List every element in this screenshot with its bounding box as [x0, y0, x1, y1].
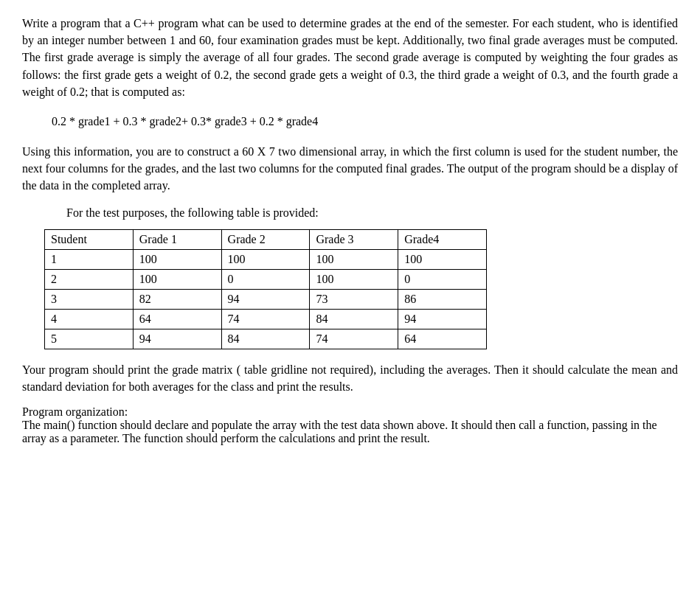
- table-cell-r4-c3: 74: [310, 329, 398, 349]
- program-org-label: Program organization:: [22, 405, 128, 418]
- formula-block: 0.2 * grade1 + 0.3 * grade2+ 0.3* grade3…: [52, 112, 678, 131]
- table-cell-r0-c0: 1: [45, 250, 134, 270]
- table-cell-r3-c0: 4: [45, 310, 134, 329]
- table-cell-r3-c1: 64: [133, 310, 221, 329]
- table-cell-r1-c1: 100: [133, 270, 221, 290]
- table-cell-r1-c4: 0: [398, 270, 487, 290]
- table-cell-r2-c1: 82: [133, 290, 221, 310]
- content-area: Write a program that a C++ program what …: [22, 15, 678, 445]
- table-cell-r4-c4: 64: [398, 329, 487, 349]
- table-cell-r4-c2: 84: [221, 329, 310, 349]
- table-cell-r2-c4: 86: [398, 290, 487, 310]
- table-cell-r2-c0: 3: [45, 290, 134, 310]
- table-cell-r0-c4: 100: [398, 250, 487, 270]
- table-row: 210001000: [45, 270, 487, 290]
- table-cell-r1-c3: 100: [310, 270, 398, 290]
- table-cell-r1-c0: 2: [45, 270, 134, 290]
- table-row: 464748494: [45, 310, 487, 329]
- test-purposes-text: For the test purposes, the following tab…: [66, 204, 678, 222]
- table-header-row: Student Grade 1 Grade 2 Grade 3 Grade4: [45, 230, 487, 250]
- table-cell-r3-c2: 74: [221, 310, 310, 329]
- array-paragraph: Using this information, you are to const…: [22, 143, 678, 195]
- program-org-section: Program organization: The main() functio…: [22, 405, 678, 445]
- col-header-grade3: Grade 3: [310, 230, 398, 250]
- print-paragraph: Your program should print the grade matr…: [22, 361, 678, 395]
- table-cell-r4-c0: 5: [45, 329, 134, 349]
- table-cell-r2-c3: 73: [310, 290, 398, 310]
- formula-text: 0.2 * grade1 + 0.3 * grade2+ 0.3* grade3…: [52, 115, 318, 128]
- grade-table: Student Grade 1 Grade 2 Grade 3 Grade4 1…: [44, 229, 487, 349]
- col-header-grade2: Grade 2: [221, 230, 310, 250]
- col-header-grade4: Grade4: [398, 230, 487, 250]
- table-row: 594847464: [45, 329, 487, 349]
- table-cell-r4-c1: 94: [133, 329, 221, 349]
- table-cell-r3-c3: 84: [310, 310, 398, 329]
- table-cell-r0-c1: 100: [133, 250, 221, 270]
- table-cell-r0-c3: 100: [310, 250, 398, 270]
- table-cell-r0-c2: 100: [221, 250, 310, 270]
- table-row: 382947386: [45, 290, 487, 310]
- table-cell-r1-c2: 0: [221, 270, 310, 290]
- table-row: 1100100100100: [45, 250, 487, 270]
- col-header-grade1: Grade 1: [133, 230, 221, 250]
- intro-paragraph: Write a program that a C++ program what …: [22, 15, 678, 100]
- table-cell-r3-c4: 94: [398, 310, 487, 329]
- table-cell-r2-c2: 94: [221, 290, 310, 310]
- col-header-student: Student: [45, 230, 134, 250]
- program-org-body: The main() function should declare and p…: [22, 419, 657, 444]
